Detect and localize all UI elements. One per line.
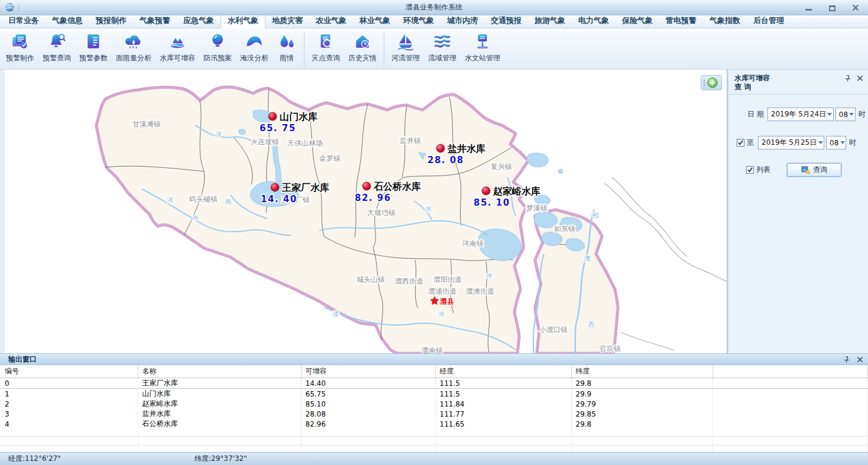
toolbar-areal-rain-button[interactable]: 面雨量分析 xyxy=(112,30,156,69)
reservoir-query-panel: 水库可增容 查 询 日 期 2019年 5月24日 08 时 xyxy=(728,70,868,353)
toolbar-inundation-button[interactable]: 淹没分析 xyxy=(236,30,273,69)
to-label: 至 xyxy=(747,138,754,148)
list-checkbox[interactable] xyxy=(746,166,754,174)
svg-text:85. 10: 85. 10 xyxy=(474,197,510,208)
map-town-label: 复兴镇 xyxy=(491,162,512,171)
map-canvas[interactable]: 涔 南 涔 水 水 水 溇 水 松 澹 西 甘溪滩镇 火连坡镇 天供山林场 金罗… xyxy=(5,70,727,353)
menu-item-environment[interactable]: 环境气象 xyxy=(397,14,441,28)
toolbar-reservoir-capacity-button[interactable]: 水库可增容 xyxy=(156,30,199,69)
toolbar-disaster-history-button[interactable]: 历史灾情 xyxy=(344,30,381,69)
list-label: 列表 xyxy=(756,165,770,175)
map-town-label: 澧阳街道 xyxy=(433,275,462,284)
map-town-label: 城头山镇 xyxy=(357,275,385,284)
map-town-label: 如东镇 xyxy=(554,225,575,233)
menu-item-insurance[interactable]: 保险气象 xyxy=(616,14,659,28)
menu-item-urban-flood[interactable]: 城市内涝 xyxy=(441,14,484,28)
map-town-label: 梦溪镇 xyxy=(526,204,548,212)
status-longitude: 经度:112°6'27" xyxy=(8,454,195,464)
col-header-id[interactable]: 编号 xyxy=(0,365,138,378)
chevron-down-icon xyxy=(848,108,855,121)
col-header-latitude[interactable]: 纬度 xyxy=(571,365,712,378)
map-town-label: 盐井镇 xyxy=(400,136,421,145)
map-town-label: 金罗镇 xyxy=(319,154,341,162)
house-history-icon xyxy=(352,31,373,51)
minimize-button[interactable] xyxy=(804,4,812,11)
menu-item-admin[interactable]: 后台管理 xyxy=(747,14,791,28)
table-row[interactable]: 1山门水库 65.75111.5 29.9 xyxy=(0,389,868,399)
map-town-label: 官垸镇 xyxy=(600,344,621,353)
svg-text:水: 水 xyxy=(193,214,199,222)
hour-unit-label: 时 xyxy=(849,138,856,148)
toolbar-warning-query-button[interactable]: 预警查询 xyxy=(38,30,75,69)
map-town-label: 澧南镇 xyxy=(422,346,443,353)
toolbar-basin-manage-button[interactable]: 流域管理 xyxy=(424,30,461,69)
col-header-empty xyxy=(712,365,868,378)
menu-item-tourism[interactable]: 旅游气象 xyxy=(528,14,572,28)
map-town-label: 甘溪滩镇 xyxy=(132,120,161,128)
svg-text:澹: 澹 xyxy=(584,255,591,262)
to-date-combobox[interactable]: 2019年 5月25日 xyxy=(758,136,824,149)
map-town-label: 涔南镇 xyxy=(462,239,484,248)
map-town-label: 澧浦街道 xyxy=(428,287,456,295)
date-label: 日 期 xyxy=(747,109,764,119)
query-button[interactable]: 查询 xyxy=(787,163,841,177)
toolbar-river-manage-button[interactable]: 河流管理 xyxy=(387,30,424,69)
menu-item-weather-info[interactable]: 气象信息 xyxy=(46,14,89,28)
toolbar-rain-condition-button[interactable]: 雨情 xyxy=(273,30,301,69)
svg-text:南: 南 xyxy=(225,198,232,206)
svg-text:14. 40: 14. 40 xyxy=(261,194,297,204)
menu-item-forecast[interactable]: 预报制作 xyxy=(89,14,133,28)
col-header-capacity[interactable]: 可增容 xyxy=(301,365,435,378)
status-bar: 经度:112°6'27" 纬度:29°37'32" xyxy=(0,452,868,465)
toolbar-warning-params-button[interactable]: 预警参数 xyxy=(75,30,112,69)
menu-item-power[interactable]: 电力气象 xyxy=(572,14,616,28)
map-town-label: 火连坡镇 xyxy=(251,138,279,146)
maximize-button[interactable] xyxy=(828,4,836,11)
chevron-down-icon xyxy=(838,136,846,149)
table-row[interactable]: 0王家厂水库 14.40111.5 29.8 xyxy=(0,378,868,389)
table-row[interactable]: 2赵家峪水库 85.10111.84 29.79 xyxy=(0,399,868,409)
toolbar-hydro-station-button[interactable]: 水文站管理 xyxy=(461,30,504,69)
to-hour-combobox[interactable]: 08 xyxy=(826,136,846,149)
doc-params-icon xyxy=(83,31,103,51)
close-panel-icon[interactable] xyxy=(857,356,863,363)
menu-item-traffic[interactable]: 交通预报 xyxy=(484,14,528,28)
pin-icon[interactable] xyxy=(843,356,850,363)
map-zoom-control[interactable] xyxy=(701,75,722,90)
map-town-label: 码头铺镇 xyxy=(189,195,218,203)
toolbar-disaster-query-button[interactable]: 灾点查询 xyxy=(307,30,344,69)
table-row[interactable]: 3盐井水库 28.08111.77 29.85 xyxy=(0,409,868,419)
raindrops-icon xyxy=(277,31,297,51)
menu-item-warning[interactable]: 气象预警 xyxy=(133,14,177,28)
svg-text:涔: 涔 xyxy=(167,196,174,204)
col-header-longitude[interactable]: 经度 xyxy=(435,365,571,378)
map-town-label: 大堰垱镇 xyxy=(367,209,396,217)
menu-item-weather-index[interactable]: 气象指数 xyxy=(703,14,747,28)
col-header-name[interactable]: 名称 xyxy=(138,365,301,378)
toolbar-flood-plan-button[interactable]: 防汛预案 xyxy=(199,30,236,69)
window-title: 澧县业务制作系统 xyxy=(0,2,868,12)
pin-icon[interactable] xyxy=(844,74,851,82)
svg-text:山门水库: 山门水库 xyxy=(280,111,318,122)
zoom-in-icon[interactable] xyxy=(707,77,718,89)
close-panel-icon[interactable] xyxy=(857,75,863,82)
from-hour-combobox[interactable]: 08 xyxy=(835,108,856,121)
svg-text:水: 水 xyxy=(439,310,445,318)
from-date-combobox[interactable]: 2019年 5月24日 xyxy=(767,108,834,121)
left-gutter xyxy=(0,70,5,353)
menu-item-daily[interactable]: 日常业务 xyxy=(2,14,46,28)
menu-item-emergency[interactable]: 应急气象 xyxy=(177,14,221,28)
table-row[interactable]: 4石公桥水库 82.96111.65 29.8 xyxy=(0,419,868,429)
menu-item-lightning[interactable]: 雷电预警 xyxy=(659,14,703,28)
bell-search-icon xyxy=(47,31,67,51)
output-panel-title: 输出窗口 xyxy=(8,355,37,365)
toolbar-warning-make-button[interactable]: 预警制作 xyxy=(2,30,38,69)
menu-item-agriculture[interactable]: 农业气象 xyxy=(309,14,353,28)
reservoir-icon xyxy=(167,31,187,51)
svg-text:涔: 涔 xyxy=(216,131,222,138)
map-town-label: 澧澹街道 xyxy=(466,287,494,295)
menu-item-forestry[interactable]: 林业气象 xyxy=(353,14,397,28)
menu-item-geology[interactable]: 地质灾害 xyxy=(265,14,309,28)
close-button[interactable] xyxy=(851,4,860,11)
to-date-checkbox[interactable] xyxy=(737,139,744,147)
